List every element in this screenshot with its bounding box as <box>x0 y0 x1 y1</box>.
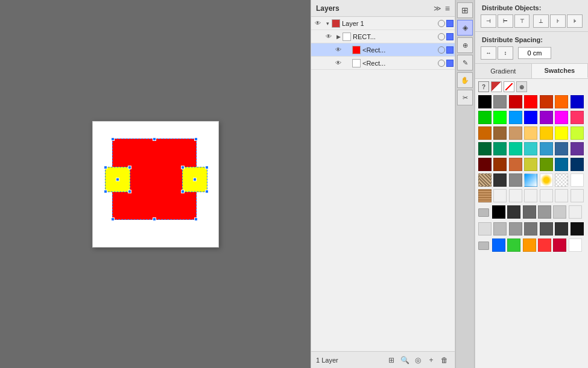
swatch-f1-1[interactable] <box>492 205 505 219</box>
lock-icon[interactable] <box>438 20 445 27</box>
spacing-h-btn[interactable]: ↔ <box>481 46 496 60</box>
toolbar-btn-4[interactable]: ✎ <box>457 55 473 70</box>
spacing-value-input[interactable] <box>518 47 551 59</box>
eye-icon[interactable]: 👁 <box>312 18 323 29</box>
dist-right-btn[interactable]: ⊤ <box>514 14 530 28</box>
swatch-f2-5[interactable] <box>553 239 566 252</box>
toolbar-btn-2[interactable]: ◈ <box>457 20 473 36</box>
swatch-orange[interactable] <box>555 95 568 108</box>
pencil-swatch[interactable] <box>491 81 502 92</box>
dist-bottom-btn[interactable]: ⊧ <box>567 14 583 28</box>
dist-top-btn[interactable]: ⊥ <box>533 14 549 28</box>
swatch-lime[interactable] <box>493 111 507 124</box>
none-swatch[interactable] <box>504 81 514 92</box>
crosshair-swatch[interactable]: ⊕ <box>516 81 527 92</box>
swatch-tan[interactable] <box>493 126 507 140</box>
layers-menu-icon[interactable]: ≫ <box>434 4 441 13</box>
swatch-sand[interactable] <box>509 126 522 140</box>
swatch-yellow2[interactable] <box>540 126 553 140</box>
expand-icon[interactable]: ▶ <box>334 31 343 42</box>
eye-icon[interactable]: 👁 <box>333 45 344 55</box>
swatch-f2-6[interactable] <box>569 239 582 252</box>
dist-center-v-btn[interactable]: ⊦ <box>550 14 566 28</box>
swatch-gradient2[interactable] <box>540 173 553 187</box>
swatch-blue[interactable] <box>571 95 584 108</box>
swatch-gray1[interactable] <box>478 222 492 235</box>
swatch-vdark[interactable] <box>493 173 507 187</box>
swatch-f2-3[interactable] <box>523 239 536 252</box>
swatch-purple[interactable] <box>540 111 553 124</box>
swatch-teal2[interactable] <box>509 142 522 155</box>
swatch-mid[interactable] <box>509 173 522 187</box>
swatch-empty5[interactable] <box>555 189 568 202</box>
swatch-slateblue[interactable] <box>555 142 568 155</box>
swatch-empty3[interactable] <box>524 189 537 202</box>
dist-center-h-btn[interactable]: ⊢ <box>498 14 513 28</box>
swatch-gray2[interactable] <box>493 222 507 235</box>
swatch-magenta[interactable] <box>555 111 568 124</box>
folder-icon2[interactable] <box>478 242 489 250</box>
yellow-rect-right[interactable] <box>182 167 207 192</box>
swatch-gradient1[interactable] <box>524 173 537 187</box>
swatch-f2-2[interactable] <box>507 239 520 252</box>
layer-row-rect3[interactable]: 👁 <Rect... <box>311 57 455 70</box>
toolbar-btn-5[interactable]: ✋ <box>457 72 473 88</box>
swatch-empty[interactable] <box>493 189 507 202</box>
tab-swatches[interactable]: Swatches <box>532 64 589 78</box>
swatch-blue2[interactable] <box>524 111 537 124</box>
delete-layer-btn[interactable]: 🗑 <box>439 355 450 366</box>
swatch-peach[interactable] <box>524 126 537 140</box>
zoom-icon[interactable]: 🔍 <box>399 355 410 366</box>
layer-row-layer1[interactable]: 👁 ▾ Layer 1 <box>311 17 455 30</box>
toolbar-btn-3[interactable]: ⊕ <box>457 37 473 53</box>
swatch-empty6[interactable] <box>571 189 584 202</box>
swatch-yellow[interactable] <box>555 126 568 140</box>
swatch-darkred[interactable] <box>509 95 522 108</box>
swatch-ocean[interactable] <box>555 158 568 171</box>
folder-icon[interactable] <box>478 208 489 217</box>
swatch-red[interactable] <box>524 95 537 108</box>
swatch-f2-1[interactable] <box>492 239 505 252</box>
swatch-pattern1[interactable] <box>478 173 492 187</box>
swatch-green[interactable] <box>478 111 492 124</box>
layer-row-rect2[interactable]: 👁 <Rect... <box>311 43 455 57</box>
lock-icon[interactable] <box>438 46 445 54</box>
toolbar-btn-6[interactable]: ✂ <box>457 90 473 105</box>
locate-object-btn[interactable]: ◎ <box>413 355 423 366</box>
yellow-rect-left[interactable] <box>105 167 130 192</box>
eye-icon[interactable]: 👁 <box>333 58 344 69</box>
swatch-empty4[interactable] <box>540 189 553 202</box>
swatch-texture[interactable] <box>478 189 492 202</box>
tab-gradient[interactable]: Gradient <box>475 64 532 78</box>
new-layer-btn[interactable]: + <box>426 355 437 366</box>
swatch-cyan[interactable] <box>524 142 537 155</box>
swatch-f1-4[interactable] <box>538 205 551 219</box>
swatch-yellowgreen[interactable] <box>571 126 584 140</box>
swatch-burnt[interactable] <box>540 95 553 108</box>
swatch-darkgreen[interactable] <box>478 142 492 155</box>
swatch-steelblue[interactable] <box>540 142 553 155</box>
swatch-gray5[interactable] <box>540 222 553 235</box>
swatch-pink[interactable] <box>571 111 584 124</box>
lock-icon[interactable] <box>438 60 445 67</box>
swatch-olive[interactable] <box>524 158 537 171</box>
lock-icon[interactable] <box>438 33 445 40</box>
swatch-skyblue[interactable] <box>509 111 522 124</box>
swatch-empty2[interactable] <box>509 189 522 202</box>
swatch-rust[interactable] <box>509 158 522 171</box>
swatch-navy[interactable] <box>571 158 584 171</box>
swatch-gray4[interactable] <box>524 222 537 235</box>
expand-icon[interactable]: ▾ <box>323 18 332 29</box>
swatch-black[interactable] <box>478 95 492 108</box>
swatch-f1-6[interactable] <box>569 205 582 219</box>
spacing-v-btn[interactable]: ↕ <box>498 46 513 60</box>
layers-options-icon[interactable]: ≡ <box>445 4 450 13</box>
swatch-checker[interactable] <box>555 173 568 187</box>
swatch-gray7[interactable] <box>571 222 584 235</box>
swatch-violet[interactable] <box>571 142 584 155</box>
new-layer-from-selection-btn[interactable]: ⊞ <box>386 355 397 366</box>
swatch-maroon[interactable] <box>493 158 507 171</box>
swatch-f1-3[interactable] <box>523 205 536 219</box>
swatch-darkred2[interactable] <box>478 158 492 171</box>
swatch-gray[interactable] <box>493 95 507 108</box>
